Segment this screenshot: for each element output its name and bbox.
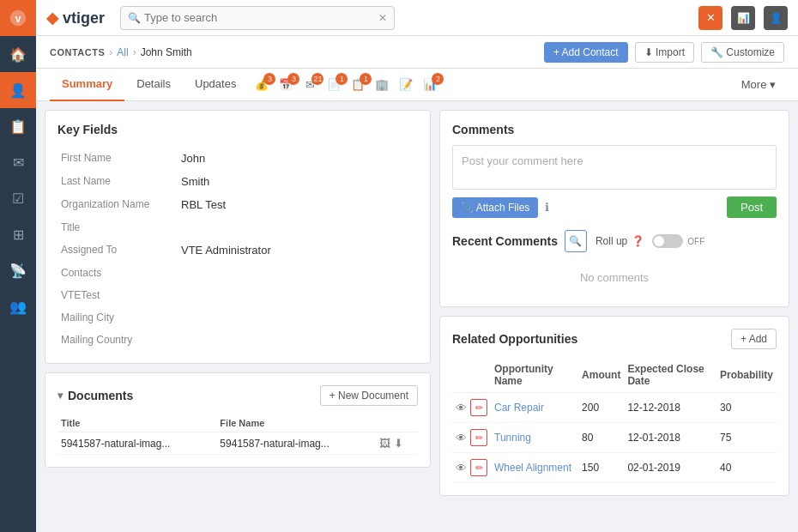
rollup-help-icon[interactable]: ❓	[632, 235, 644, 247]
table-row: Title	[57, 216, 418, 239]
topbar-chart-btn[interactable]: 📊	[731, 6, 755, 30]
sidebar-item-home[interactable]: 🏠	[0, 36, 36, 72]
left-panel: Key Fields First Name John Last Name Smi…	[45, 110, 431, 523]
table-row: Mailing City	[57, 306, 418, 329]
edit-icon[interactable]: ✏	[470, 399, 487, 416]
customize-button[interactable]: 🔧 Customize	[701, 42, 784, 63]
sidebar-item-dashboard[interactable]: ⊞	[0, 216, 36, 252]
topbar: ◆ vtiger 🔍 ✕ ✕ 📊 👤	[36, 0, 798, 36]
documents-header: ▾ Documents + New Document	[57, 385, 418, 406]
opp-close-date: 12-01-2018	[624, 423, 716, 453]
attach-files-button[interactable]: 📎 Attach Files	[452, 197, 538, 218]
table-row: 👁 ✏ Car Repair 200 12-12-2018 30	[452, 393, 777, 423]
col-close-date: Expected Close Date	[624, 358, 716, 393]
crumb-sep2: ›	[133, 46, 136, 58]
view-icon[interactable]: 👁	[456, 402, 467, 414]
table-row: Assigned To VTE Administrator	[57, 239, 418, 262]
recent-comments-title: Recent Comments	[452, 234, 558, 248]
edit-icon[interactable]: ✏	[470, 429, 487, 446]
opp-close-date: 12-12-2018	[624, 393, 716, 423]
edit-icon[interactable]: ✏	[470, 459, 487, 476]
opp-amount: 150	[578, 453, 624, 483]
field-label: Assigned To	[57, 239, 178, 262]
search-clear-icon[interactable]: ✕	[378, 12, 387, 24]
key-fields-title: Key Fields	[57, 123, 418, 136]
tab-icon-org[interactable]: 🏢	[372, 75, 392, 95]
search-icon: 🔍	[128, 12, 141, 24]
comments-search-button[interactable]: 🔍	[565, 230, 587, 252]
table-row: 5941587-natural-imag... 5941587-natural-…	[57, 432, 418, 455]
import-button[interactable]: ⬇ Import	[635, 42, 694, 63]
field-value-link[interactable]: RBL Test	[178, 193, 418, 216]
sidebar-item-contacts[interactable]: 👤	[0, 72, 36, 108]
table-row: VTETest	[57, 284, 418, 306]
opp-probability: 75	[716, 423, 777, 453]
row-actions: 👁 ✏	[452, 393, 491, 423]
view-icon[interactable]: 👁	[456, 462, 467, 475]
topbar-alert-btn[interactable]: ✕	[698, 6, 722, 30]
breadcrumb-all[interactable]: All	[117, 46, 128, 58]
tab-summary[interactable]: Summary	[50, 69, 124, 101]
tab-icon-calendar[interactable]: 📅3	[275, 75, 296, 95]
field-value	[178, 262, 418, 284]
info-icon[interactable]: ℹ	[545, 201, 549, 214]
row-actions: 👁 ✏	[452, 453, 491, 483]
field-value-link[interactable]: VTE Administrator	[178, 239, 418, 262]
search-input[interactable]	[144, 11, 378, 24]
documents-table: Title File Name 5941587-natural-imag... …	[57, 414, 418, 455]
new-document-button[interactable]: + New Document	[320, 385, 418, 406]
download-icon[interactable]: ⬇	[394, 437, 403, 450]
field-value: John	[178, 147, 418, 170]
tab-icon-note[interactable]: 📝	[396, 75, 416, 95]
opportunities-header: Related Opportunities + Add	[452, 329, 777, 349]
view-icon[interactable]: 👁	[456, 432, 467, 444]
app-logo[interactable]: v	[0, 0, 36, 36]
breadcrumb-current: John Smith	[141, 46, 192, 58]
rollup-section: Roll up ❓ OFF	[595, 234, 704, 248]
post-button[interactable]: Post	[727, 196, 777, 218]
topbar-user-btn[interactable]: 👤	[764, 6, 788, 30]
crumb-actions: + Add Contact ⬇ Import 🔧 Customize	[544, 42, 784, 63]
tab-icon-doc[interactable]: 📄1	[323, 75, 344, 95]
table-row: Last Name Smith	[57, 170, 418, 193]
tab-icon-money[interactable]: 💰3	[251, 75, 272, 95]
table-row: First Name John	[57, 147, 418, 170]
right-panel: Comments Post your comment here 📎 Attach…	[439, 110, 789, 523]
doc-actions: 🖼 ⬇	[376, 432, 418, 455]
sidebar-item-activities[interactable]: 📋	[0, 108, 36, 144]
preview-icon[interactable]: 🖼	[379, 437, 390, 450]
tab-icon-email[interactable]: ✉21	[299, 75, 320, 95]
col-actions-header	[452, 358, 491, 393]
tab-details[interactable]: Details	[124, 69, 183, 101]
rollup-toggle[interactable]	[652, 234, 683, 248]
add-opportunity-button[interactable]: + Add	[731, 329, 777, 349]
tab-icon-chart[interactable]: 📊2	[420, 75, 440, 95]
add-contact-button[interactable]: + Add Contact	[544, 42, 628, 63]
body-area: Key Fields First Name John Last Name Smi…	[36, 101, 798, 532]
breadcrumb-contacts[interactable]: CONTACTS	[50, 47, 105, 57]
tab-updates[interactable]: Updates	[183, 69, 248, 101]
sidebar-item-reports[interactable]: 👥	[0, 288, 36, 324]
tabs-bar: Summary Details Updates 💰3 📅3 ✉21 📄1 📋1 …	[36, 69, 798, 101]
table-row: Contacts	[57, 262, 418, 284]
tab-icons: 💰3 📅3 ✉21 📄1 📋1 🏢 📝 📊2	[251, 75, 440, 95]
sidebar-item-email[interactable]: ✉	[0, 144, 36, 180]
table-row: 👁 ✏ Wheel Alignment 150 02-01-2019 40	[452, 453, 777, 483]
opp-probability: 40	[716, 453, 777, 483]
collapse-icon[interactable]: ▾	[57, 390, 63, 402]
sidebar-item-tasks[interactable]: ☑	[0, 180, 36, 216]
sidebar-item-feed[interactable]: 📡	[0, 252, 36, 288]
tabs-more[interactable]: More ▾	[733, 69, 784, 101]
opp-name[interactable]: Car Repair	[491, 393, 578, 423]
opp-name[interactable]: Tunning	[491, 423, 578, 453]
comment-input[interactable]: Post your comment here	[452, 145, 777, 190]
field-label: Mailing City	[57, 306, 178, 329]
col-actions	[376, 414, 418, 432]
main-content: ◆ vtiger 🔍 ✕ ✕ 📊 👤 CONTACTS › All › John…	[36, 0, 798, 532]
field-label: Mailing Country	[57, 329, 178, 351]
opp-name[interactable]: Wheel Alignment	[491, 453, 578, 483]
tab-icon-task[interactable]: 📋1	[348, 75, 368, 95]
action-icons: 👁 ✏	[456, 399, 487, 416]
field-value: Smith	[178, 170, 418, 193]
opportunities-title: Related Opportunities	[452, 332, 577, 346]
